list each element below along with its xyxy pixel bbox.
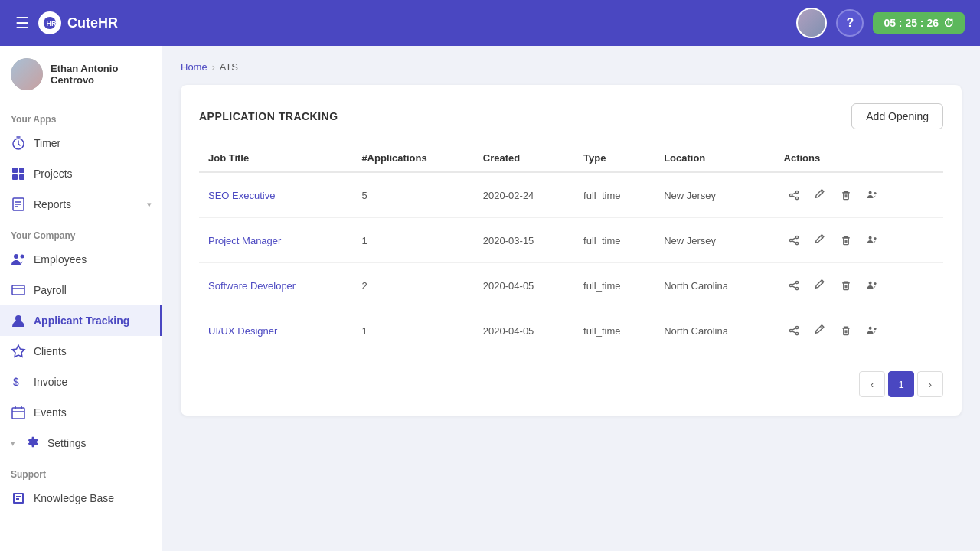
edit-icon[interactable] bbox=[810, 321, 830, 341]
delete-icon[interactable] bbox=[836, 185, 856, 205]
team-icon[interactable] bbox=[862, 230, 882, 250]
nav-section-your-company: Your Company bbox=[0, 220, 162, 244]
add-opening-button[interactable]: Add Opening bbox=[851, 103, 943, 129]
share-icon[interactable] bbox=[784, 276, 804, 295]
projects-nav-icon bbox=[11, 166, 26, 181]
table-row: SEO Executive 5 2020-02-24 full_time New… bbox=[199, 172, 943, 218]
clients-nav-icon bbox=[11, 344, 26, 359]
svg-point-43 bbox=[795, 281, 798, 283]
sidebar-item-clients[interactable]: Clients bbox=[0, 336, 162, 367]
svg-point-53 bbox=[874, 282, 876, 285]
share-icon[interactable] bbox=[784, 230, 804, 250]
sidebar-label-payroll: Payroll bbox=[34, 284, 67, 296]
sidebar-item-projects[interactable]: Projects bbox=[0, 158, 162, 189]
cell-location: North Carolina bbox=[655, 263, 774, 308]
delete-icon[interactable] bbox=[836, 230, 856, 250]
sidebar-item-applicant-tracking[interactable]: Applicant Tracking bbox=[0, 305, 162, 336]
edit-icon[interactable] bbox=[810, 276, 830, 295]
sidebar-item-knowledge-base[interactable]: Knowledge Base bbox=[0, 483, 162, 514]
reports-nav-icon bbox=[11, 197, 26, 212]
share-icon[interactable] bbox=[784, 321, 804, 341]
delete-icon[interactable] bbox=[836, 321, 856, 341]
cell-applications: 5 bbox=[352, 172, 473, 218]
sidebar-label-projects: Projects bbox=[34, 168, 73, 180]
logo-icon: HR bbox=[38, 11, 61, 34]
svg-point-21 bbox=[795, 191, 798, 193]
sidebar-label-invoice: Invoice bbox=[34, 376, 67, 388]
svg-rect-60 bbox=[843, 328, 848, 335]
job-title-link[interactable]: Project Manager bbox=[208, 235, 281, 246]
svg-text:HR: HR bbox=[47, 20, 57, 28]
svg-point-22 bbox=[795, 197, 798, 199]
topnav: ☰ HR CuteHR ? 05 : 25 : 26 ⏱ bbox=[0, 0, 980, 46]
timer-nav-icon bbox=[11, 135, 26, 151]
edit-icon[interactable] bbox=[810, 230, 830, 250]
job-title-link[interactable]: Software Developer bbox=[208, 280, 296, 292]
employees-nav-icon bbox=[11, 252, 26, 267]
svg-rect-4 bbox=[19, 168, 24, 173]
events-nav-icon bbox=[11, 405, 26, 420]
svg-rect-49 bbox=[843, 283, 848, 290]
sidebar-label-reports: Reports bbox=[34, 198, 71, 210]
table-row: Software Developer 2 2020-04-05 full_tim… bbox=[199, 263, 943, 308]
sidebar-item-employees[interactable]: Employees bbox=[0, 244, 162, 275]
svg-point-23 bbox=[789, 194, 792, 196]
svg-rect-5 bbox=[12, 174, 18, 180]
sidebar-item-settings[interactable]: ▾ Settings bbox=[0, 428, 162, 458]
svg-point-52 bbox=[868, 282, 871, 285]
pagination-next[interactable]: › bbox=[917, 371, 943, 397]
svg-point-11 bbox=[14, 254, 18, 259]
applicant-tracking-nav-icon bbox=[11, 313, 26, 328]
payroll-nav-icon bbox=[11, 282, 26, 298]
user-avatar-top[interactable] bbox=[796, 8, 827, 38]
timer-button[interactable]: 05 : 25 : 26 ⏱ bbox=[873, 12, 965, 34]
sidebar-item-payroll[interactable]: Payroll bbox=[0, 275, 162, 305]
cell-type: full_time bbox=[574, 263, 655, 308]
sidebar-item-timer[interactable]: Timer bbox=[0, 128, 162, 158]
breadcrumb-home[interactable]: Home bbox=[181, 61, 207, 73]
breadcrumb-current: ATS bbox=[220, 61, 238, 73]
svg-line-35 bbox=[792, 238, 795, 240]
pagination-prev[interactable]: ‹ bbox=[859, 371, 885, 397]
breadcrumb-separator: › bbox=[212, 62, 215, 73]
help-button[interactable]: ? bbox=[836, 9, 864, 37]
sidebar-item-reports[interactable]: Reports ▾ bbox=[0, 189, 162, 220]
svg-point-32 bbox=[795, 236, 798, 238]
user-section: Ethan Antonio Centrovo bbox=[0, 46, 162, 103]
table-row: UI/UX Designer 1 2020-04-05 full_time No… bbox=[199, 308, 943, 354]
team-icon[interactable] bbox=[862, 185, 882, 205]
sidebar-item-events[interactable]: Events bbox=[0, 397, 162, 428]
sidebar-item-invoice[interactable]: $ Invoice bbox=[0, 367, 162, 397]
share-icon[interactable] bbox=[784, 185, 804, 205]
col-location: Location bbox=[655, 145, 774, 172]
svg-line-57 bbox=[792, 328, 795, 330]
svg-point-45 bbox=[789, 284, 792, 286]
app-name: CuteHR bbox=[67, 15, 118, 31]
svg-point-56 bbox=[789, 329, 792, 331]
cell-applications: 2 bbox=[352, 263, 473, 308]
hamburger-icon[interactable]: ☰ bbox=[15, 14, 29, 32]
sidebar-label-events: Events bbox=[34, 406, 67, 419]
delete-icon[interactable] bbox=[836, 276, 856, 295]
team-icon[interactable] bbox=[862, 321, 882, 341]
svg-line-36 bbox=[792, 241, 795, 243]
col-job-title: Job Title bbox=[199, 145, 352, 172]
table-body: SEO Executive 5 2020-02-24 full_time New… bbox=[199, 172, 943, 353]
job-title-link[interactable]: UI/UX Designer bbox=[208, 325, 277, 337]
cell-actions bbox=[775, 263, 943, 308]
cell-created: 2020-04-05 bbox=[474, 308, 574, 354]
svg-line-46 bbox=[792, 283, 795, 285]
sidebar-label-timer: Timer bbox=[34, 137, 60, 149]
card-header: APPLICATION TRACKING Add Opening bbox=[199, 103, 943, 129]
svg-rect-13 bbox=[12, 285, 24, 295]
team-icon[interactable] bbox=[862, 276, 882, 295]
sidebar-label-clients: Clients bbox=[34, 345, 67, 357]
svg-line-58 bbox=[792, 331, 795, 333]
pagination-page-1[interactable]: 1 bbox=[888, 371, 914, 397]
cell-actions bbox=[775, 218, 943, 263]
job-title-link[interactable]: SEO Executive bbox=[208, 190, 275, 201]
cell-location: New Jersey bbox=[655, 218, 774, 263]
svg-line-47 bbox=[792, 286, 795, 288]
cell-job-title: SEO Executive bbox=[199, 172, 352, 218]
edit-icon[interactable] bbox=[810, 185, 830, 205]
